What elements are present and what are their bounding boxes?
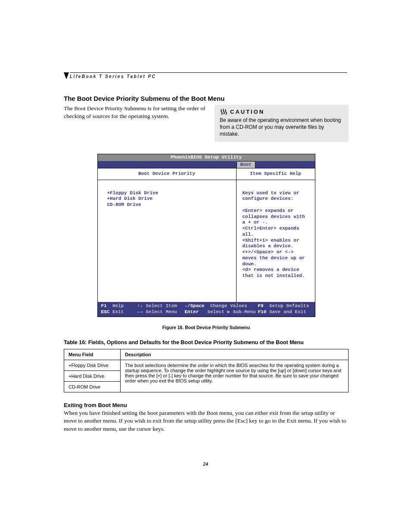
action-label: Setup Defaults (269, 303, 309, 308)
action-label: Select ▶ Sub-Menu (207, 309, 255, 314)
help-line: collapses devices with (243, 214, 309, 220)
bios-right-pane: Item Specific Help Keys used to view or … (237, 168, 315, 302)
key-label: ↑↓ (137, 303, 143, 308)
intro-row: The Boot Device Priority Submenu is for … (64, 105, 349, 142)
bios-footer: F1 Help ↑↓ Select Item -/Space Change Va… (98, 302, 315, 317)
table-row: Menu Field Description (64, 349, 349, 360)
caution-icon (220, 109, 227, 115)
key-label: -/Space (185, 303, 205, 308)
key-label: F1 (101, 303, 107, 308)
list-item: CD-ROM Drive (107, 202, 231, 208)
bios-device-list: +Floppy Disk Drive +Hard Disk Drive CD-R… (98, 180, 236, 302)
help-line: <Enter> expands or (243, 208, 309, 214)
bios-left-title: Boot Device Priority (98, 168, 236, 180)
bios-help-text: Keys used to view or configure devices: … (237, 180, 315, 300)
bios-right-title: Item Specific Help (237, 168, 315, 180)
caution-box: CAUTION Be aware of the operating enviro… (215, 105, 349, 142)
help-line: configure devices: (243, 196, 309, 202)
action-label: Help (112, 303, 124, 308)
help-line: <d> removes a device (243, 267, 309, 273)
fields-table: Menu Field Description +Floppy Disk Driv… (64, 349, 349, 392)
help-line: a + or -. (243, 220, 309, 226)
help-line: <+>/<Space> or <-> (243, 249, 309, 255)
exit-heading: Exiting from Boot Menu (64, 402, 349, 408)
help-line: Keys used to view or (243, 190, 309, 196)
bios-title: PhoenixBIOS Setup Utility (98, 154, 315, 161)
table-title: Table 16: Fields, Options and Defaults f… (64, 339, 349, 345)
key-label: F9 (258, 303, 264, 308)
help-line: <Ctrl+Enter> expands (243, 226, 309, 232)
caution-label: CAUTION (230, 108, 265, 116)
key-label: ESC (101, 309, 110, 314)
help-line: <Shift+1> enables or (243, 238, 309, 244)
action-label: Exit (112, 309, 124, 314)
action-label: Change Values (210, 303, 247, 308)
header-chevron-icon (64, 72, 69, 79)
caution-heading: CAUTION (220, 108, 343, 116)
help-line: disables a device. (243, 243, 309, 249)
menu-field-cell: CD-ROM Drive (64, 382, 121, 392)
help-line: down. (243, 261, 309, 268)
help-line: moves the device up or (243, 255, 309, 261)
help-line: that is not installed. (243, 273, 309, 279)
bios-left-pane: Boot Device Priority +Floppy Disk Drive … (98, 168, 237, 302)
action-label: Select Item (146, 303, 177, 308)
page-number: 24 (0, 461, 411, 467)
section-title: The Boot Device Priority Submenu of the … (64, 95, 349, 102)
help-line (243, 202, 309, 208)
menu-field-cell: +Floppy Disk Drive (64, 360, 121, 371)
bios-figure: PhoenixBIOS Setup Utility Boot Boot Devi… (97, 154, 315, 317)
key-label: F10 (258, 309, 267, 314)
content: The Boot Device Priority Submenu of the … (64, 95, 349, 433)
action-label: Select Menu (146, 309, 177, 314)
action-label: Save and Exit (269, 309, 306, 314)
table-header: Menu Field (64, 349, 121, 360)
figure-caption: Figure 16. Boot Device Priority Submenu (64, 325, 349, 330)
bios-tab-boot: Boot (237, 161, 255, 168)
caution-body: Be aware of the operating environment wh… (220, 117, 343, 138)
key-label: ←→ (137, 309, 143, 314)
running-header: LifeBook T Series Tablet PC (70, 72, 347, 79)
description-cell: The boot selections determine the order … (121, 360, 349, 392)
help-line: all. (243, 232, 309, 238)
menu-field-cell: +Hard Disk Drive (64, 371, 121, 382)
intro-text: The Boot Device Priority Submenu is for … (64, 105, 206, 142)
page: LifeBook T Series Tablet PC The Boot Dev… (0, 0, 411, 532)
key-label: Enter (185, 309, 199, 314)
table-row: +Floppy Disk Drive The boot selections d… (64, 360, 349, 371)
bios-window: PhoenixBIOS Setup Utility Boot Boot Devi… (97, 154, 315, 317)
bios-tabbar: Boot (98, 161, 315, 168)
table-header: Description (121, 349, 349, 360)
list-item: +Floppy Disk Drive (107, 190, 231, 196)
exit-body: When you have finished setting the boot … (64, 409, 349, 433)
bios-body: Boot Device Priority +Floppy Disk Drive … (98, 168, 315, 302)
list-item: +Hard Disk Drive (107, 196, 231, 202)
